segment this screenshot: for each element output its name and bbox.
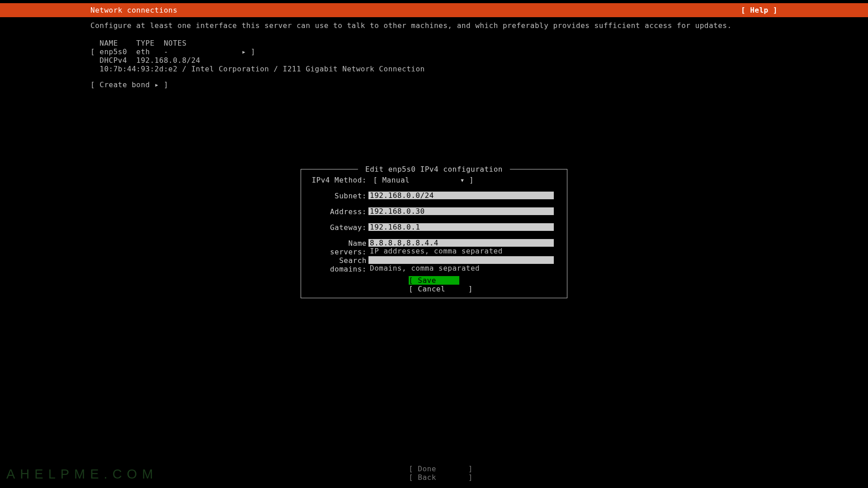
cancel-button[interactable]: [ Cancel ] (409, 285, 459, 293)
searchdomains-label: Search domains: (307, 256, 368, 273)
nameservers-label: Name servers: (307, 239, 368, 256)
iface-table-header: NAME TYPE NOTES (90, 39, 778, 47)
watermark-text: AHELPME.COM (6, 467, 158, 482)
gateway-input[interactable] (368, 223, 554, 231)
back-button[interactable]: [ Back ] (409, 473, 459, 482)
address-input[interactable] (368, 207, 554, 215)
header-bar: Network connections [ Help ] (0, 3, 868, 17)
subnet-input[interactable] (368, 192, 554, 199)
create-bond-button[interactable]: [ Create bond ▸ ] (90, 80, 778, 89)
ipv4-method-label: IPv4 Method: (307, 176, 368, 184)
nameservers-input[interactable] (368, 239, 554, 247)
description-text: Configure at least one interface this se… (90, 21, 778, 30)
help-button[interactable]: [ Help ] (741, 6, 778, 14)
iface-row-enp5s0[interactable]: [ enp5s0 eth - ▸ ] (90, 47, 778, 56)
nameservers-hint: IP addresses, comma separated (368, 247, 561, 255)
save-button[interactable]: [ Save ] (409, 276, 459, 285)
ipv4-method-select[interactable]: [ Manual ▾ ] (368, 176, 474, 184)
done-button[interactable]: [ Done ] (409, 465, 459, 473)
iface-hw-info: 10:7b:44:93:2d:e2 / Intel Corporation / … (90, 65, 778, 73)
searchdomains-hint: Domains, comma separated (368, 264, 561, 272)
dialog-title: Edit enp5s0 IPv4 configuration (358, 165, 510, 174)
main-content: Configure at least one interface this se… (0, 17, 868, 89)
page-title: Network connections (90, 6, 178, 14)
subnet-label: Subnet: (307, 192, 368, 200)
address-label: Address: (307, 207, 368, 216)
ipv4-config-dialog: Edit enp5s0 IPv4 configuration IPv4 Meth… (301, 169, 567, 298)
iface-dhcp-info: DHCPv4 192.168.0.8/24 (90, 56, 778, 65)
gateway-label: Gateway: (307, 223, 368, 232)
searchdomains-input[interactable] (368, 256, 554, 264)
